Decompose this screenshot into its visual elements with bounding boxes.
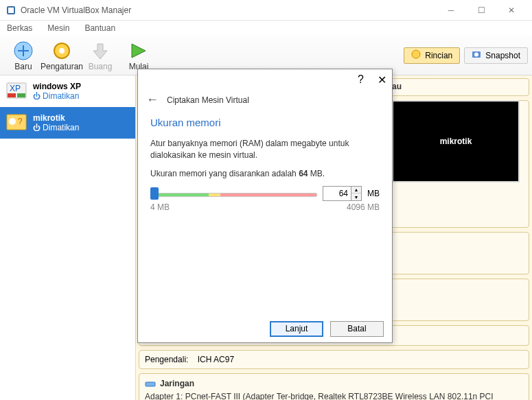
svg-point-4 (59, 48, 65, 54)
menubar: Berkas Mesin Bantuan (0, 21, 532, 36)
vm-item-mikrotik[interactable]: ? mikrotik ⏻ Dimatikan (0, 107, 135, 139)
discard-button: Buang (81, 40, 119, 71)
dialog-desc1: Atur banyaknya memori (RAM) dalam megaby… (150, 138, 380, 161)
create-vm-dialog: ? ✕ ← Ciptakan Mesin Virtual Ukuran memo… (137, 69, 393, 343)
svg-rect-1 (8, 8, 14, 13)
settings-button[interactable]: Pengaturan (43, 40, 81, 71)
dialog-close-icon[interactable]: ✕ (378, 73, 386, 86)
memory-spinbox[interactable]: ▲ ▼ (323, 186, 362, 201)
adapter-text: Adapter 1: PCnet-FAST III (Adapter Ter-b… (145, 392, 523, 400)
snapshot-tab[interactable]: Snapshot (464, 47, 528, 64)
new-icon (12, 40, 34, 62)
details-icon (411, 49, 421, 61)
vm-preview: mikrotik (392, 100, 520, 183)
svg-point-5 (412, 50, 420, 58)
maximize-button[interactable]: ☐ (466, 1, 496, 20)
start-button[interactable]: Mulai (119, 40, 158, 71)
spin-down-icon[interactable]: ▼ (351, 193, 361, 200)
spin-up-icon[interactable]: ▲ (351, 187, 361, 193)
network-label: Jaringan (160, 379, 194, 388)
slider-thumb[interactable] (150, 187, 159, 200)
os-icon-other: ? (5, 112, 27, 134)
svg-text:XP: XP (10, 84, 21, 93)
menu-machine[interactable]: Mesin (45, 22, 72, 34)
minimize-button[interactable]: ─ (436, 1, 466, 20)
cancel-button[interactable]: Batal (330, 321, 384, 337)
svg-rect-15 (146, 382, 155, 386)
controller-value: ICH AC97 (198, 355, 234, 364)
window-title: Oracle VM VirtualBox Manajer (21, 5, 436, 15)
slider-min: 4 MB (150, 202, 170, 212)
details-tab[interactable]: Rincian (404, 47, 460, 64)
dialog-desc2: Ukuran memori yang disarankan adalah 64 … (150, 168, 380, 180)
vm-state: ⏻ Dimatikan (33, 91, 81, 101)
os-icon-windows: XP (5, 80, 27, 102)
wizard-title: Ciptakan Mesin Virtual (167, 95, 249, 105)
preview-header: au (392, 82, 402, 91)
next-button[interactable]: Lanjut (270, 321, 323, 337)
close-button[interactable]: ✕ (496, 1, 527, 20)
menu-help[interactable]: Bantuan (82, 22, 118, 34)
svg-point-13 (9, 118, 16, 125)
vm-name: mikrotik (33, 113, 79, 123)
controller-label: Pengendali: (145, 355, 188, 364)
audio-panel: Pengendali: ICH AC97 (139, 350, 529, 369)
details-label: Rincian (425, 51, 452, 60)
memory-input[interactable] (323, 189, 351, 198)
new-label: Baru (14, 62, 32, 71)
snapshot-label: Snapshot (485, 51, 520, 60)
memory-slider[interactable] (150, 187, 317, 200)
vm-state: ⏻ Dimatikan (33, 123, 79, 132)
start-icon (128, 40, 150, 62)
settings-label: Pengaturan (41, 62, 83, 71)
app-icon (5, 5, 16, 16)
camera-icon (472, 49, 481, 61)
new-vm-button[interactable]: Baru (4, 40, 43, 71)
dialog-heading: Ukuran memori (150, 117, 380, 128)
vm-item-windows-xp[interactable]: XP windows XP ⏻ Dimatikan (0, 75, 135, 107)
help-icon[interactable]: ? (358, 73, 364, 86)
preview-name: mikrotik (440, 137, 472, 146)
svg-text:?: ? (18, 117, 23, 126)
network-panel: Jaringan Adapter 1: PCnet-FAST III (Adap… (139, 373, 529, 400)
gear-icon (51, 40, 73, 62)
discard-icon (89, 40, 111, 62)
slider-max: 4096 MB (347, 202, 380, 212)
svg-rect-9 (8, 93, 16, 97)
menu-file[interactable]: Berkas (4, 22, 35, 34)
svg-point-7 (474, 53, 478, 57)
vm-name: windows XP (33, 82, 81, 91)
svg-rect-10 (17, 93, 25, 97)
back-arrow-icon[interactable]: ← (146, 93, 159, 107)
unit-label: MB (367, 189, 380, 198)
discard-label: Buang (89, 62, 113, 71)
network-icon (145, 378, 156, 389)
window-titlebar: Oracle VM VirtualBox Manajer ─ ☐ ✕ (0, 0, 532, 21)
vm-list: XP windows XP ⏻ Dimatikan ? mikrotik ⏻ D… (0, 75, 136, 400)
